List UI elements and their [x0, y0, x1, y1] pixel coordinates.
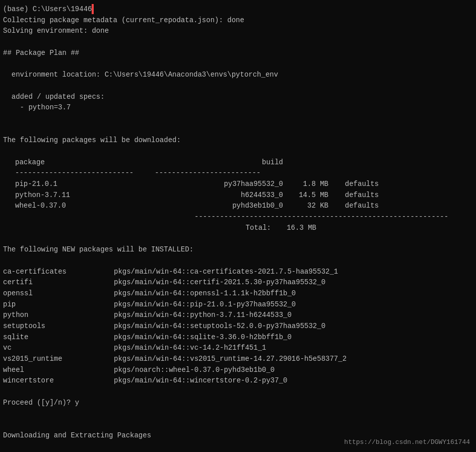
installed-row: vs2015_runtimepkgs/main/win-64::vs2015_r… — [3, 354, 473, 365]
blank-4 — [3, 113, 473, 124]
blank-2 — [3, 58, 473, 70]
collecting-line: Collecting package metadata (current_rep… — [3, 15, 473, 26]
pkg3-channel: defaults — [328, 201, 379, 212]
table-divider-1: ---------------------------- -----------… — [3, 168, 473, 179]
installed-pkg-path: pkgs/main/win-64::ca-certificates-2021.7… — [114, 267, 338, 278]
installed-pkg-name: wincertstore — [3, 375, 114, 386]
blank-1 — [3, 37, 473, 48]
proceed-line: Proceed ([y]/n)? y — [3, 398, 473, 409]
table-divider-2: ----------------------------------------… — [3, 212, 473, 223]
installed-pkg-path: pkgs/main/win-64::openssl-1.1.1k-h2bbff1… — [114, 288, 296, 299]
pkg-row-1: pip-21.0.1py37haa95532_01.8 MBdefaults — [3, 179, 473, 190]
plan-header: ## Package Plan ## — [3, 48, 473, 59]
installed-pkg-name: pip — [3, 299, 114, 310]
installed-pkg-name: wheel — [3, 365, 114, 376]
installed-pkg-name: sqlite — [3, 332, 114, 343]
prompt-prefix: (base) C:\Users\19446 — [3, 5, 92, 13]
installed-row: sqlitepkgs/main/win-64::sqlite-3.36.0-h2… — [3, 332, 473, 343]
command-highlighted — [92, 4, 94, 14]
solving-line: Solving environment: done — [3, 26, 473, 37]
installed-row: pythonpkgs/main/win-64::python-3.7.11-h6… — [3, 310, 473, 321]
blank-5 — [3, 124, 473, 136]
pkg1-size: 1.8 MB — [283, 179, 328, 190]
installed-row: wheelpkgs/noarch::wheel-0.37.0-pyhd3eb1b… — [3, 365, 473, 376]
installed-pkg-path: pkgs/main/win-64::python-3.7.11-h6244533… — [114, 310, 292, 321]
installed-pkg-name: setuptools — [3, 321, 114, 332]
installed-list: ca-certificatespkgs/main/win-64::ca-cert… — [3, 267, 473, 387]
installed-pkg-path: pkgs/main/win-64::wincertstore-0.2-py37_… — [114, 375, 287, 386]
installed-row: opensslpkgs/main/win-64::openssl-1.1.1k-… — [3, 288, 473, 299]
pkg2-channel: defaults — [328, 190, 379, 201]
installed-row: pippkgs/main/win-64::pip-21.0.1-py37haa9… — [3, 299, 473, 310]
installed-pkg-name: python — [3, 310, 114, 321]
added-specs: added / updated specs: — [3, 92, 473, 103]
blank-7 — [3, 233, 473, 244]
pkg1-channel: defaults — [328, 179, 379, 190]
following-download: The following packages will be downloade… — [3, 135, 473, 146]
blank-11 — [3, 419, 473, 430]
pkg1-name: pip-21.0.1 — [15, 179, 182, 190]
prompt-line: (base) C:\Users\19446 — [3, 4, 473, 15]
pkg3-size: 32 KB — [283, 201, 328, 212]
installed-row: wincertstorepkgs/main/win-64::wincertsto… — [3, 375, 473, 386]
table-header-row: packagebuild — [3, 157, 473, 168]
installed-pkg-path: pkgs/main/win-64::setuptools-52.0.0-py37… — [114, 321, 325, 332]
installed-pkg-path: pkgs/main/win-64::pip-21.0.1-py37haa9553… — [114, 299, 296, 310]
pkg3-build: pyhd3eb1b0_0 — [182, 201, 283, 212]
pkg3-name: wheel-0.37.0 — [15, 201, 182, 212]
pkg2-build: h6244533_0 — [182, 190, 283, 201]
installed-row: vcpkgs/main/win-64::vc-14.2-h21ff451_1 — [3, 343, 473, 354]
blank-3 — [3, 81, 473, 92]
installed-row: certifipkgs/main/win-64::certifi-2021.5.… — [3, 277, 473, 288]
pkg1-build: py37haa95532_0 — [182, 179, 283, 190]
total-label: Total: — [15, 223, 271, 234]
installed-pkg-path: pkgs/main/win-64::vc-14.2-h21ff451_1 — [114, 343, 266, 354]
installed-row: ca-certificatespkgs/main/win-64::ca-cert… — [3, 267, 473, 278]
installed-pkg-name: openssl — [3, 288, 114, 299]
blank-9 — [3, 386, 473, 398]
new-packages-header: The following NEW packages will be INSTA… — [3, 244, 473, 255]
installed-pkg-name: vs2015_runtime — [3, 354, 114, 365]
terminal-window: (base) C:\Users\19446 Collecting package… — [0, 0, 476, 452]
installed-pkg-path: pkgs/main/win-64::vs2015_runtime-14.27.2… — [114, 354, 347, 365]
installed-pkg-name: ca-certificates — [3, 267, 114, 278]
col-header-build: build — [182, 157, 283, 168]
installed-row: setuptoolspkgs/main/win-64::setuptools-5… — [3, 321, 473, 332]
pkg2-size: 14.5 MB — [283, 190, 328, 201]
blank-10 — [3, 408, 473, 419]
total-size: 16.3 MB — [271, 223, 316, 234]
total-row: Total:16.3 MB — [3, 223, 473, 234]
pkg2-name: python-3.7.11 — [15, 190, 182, 201]
spec-python: - python=3.7 — [3, 102, 473, 113]
installed-pkg-path: pkgs/noarch::wheel-0.37.0-pyhd3eb1b0_0 — [114, 365, 275, 376]
col-header-pkg: package — [15, 157, 182, 168]
watermark: https://blog.csdn.net/DGWY161744 — [344, 438, 470, 446]
pkg-row-2: python-3.7.11h6244533_014.5 MBdefaults — [3, 190, 473, 201]
installed-pkg-name: certifi — [3, 277, 114, 288]
installed-pkg-path: pkgs/main/win-64::certifi-2021.5.30-py37… — [114, 277, 325, 288]
blank-8 — [3, 255, 473, 267]
installed-pkg-path: pkgs/main/win-64::sqlite-3.36.0-h2bbff1b… — [114, 332, 292, 343]
pkg-row-3: wheel-0.37.0pyhd3eb1b0_032 KBdefaults — [3, 201, 473, 212]
blank-6 — [3, 146, 473, 157]
installed-pkg-name: vc — [3, 343, 114, 354]
env-location: environment location: C:\Users\19446\Ana… — [3, 70, 473, 81]
